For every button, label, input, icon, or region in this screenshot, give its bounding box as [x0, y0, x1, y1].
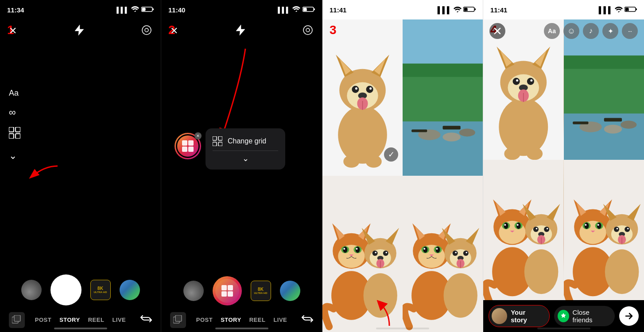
- svg-rect-29: [228, 291, 233, 297]
- collage-button-active[interactable]: ✕: [175, 133, 201, 159]
- svg-point-169: [544, 227, 549, 232]
- photo-corgi-cat-bottomright[interactable]: [403, 176, 483, 332]
- svg-rect-1: [153, 8, 154, 10]
- signal-icon-2: ▌▌▌: [278, 7, 290, 13]
- mode-tab-story-1[interactable]: STORY: [59, 317, 80, 323]
- battery-icon-4: 34: [625, 6, 637, 14]
- flip-camera-icon-1[interactable]: [140, 314, 152, 326]
- layout-grid-icon[interactable]: [9, 127, 20, 141]
- svg-point-132: [516, 79, 518, 81]
- svg-rect-7: [16, 127, 20, 132]
- collage-close-x[interactable]: ✕: [194, 132, 202, 139]
- svg-point-112: [466, 252, 467, 254]
- svg-point-72: [343, 247, 347, 253]
- svg-point-111: [455, 252, 457, 254]
- wifi-icon-3: [454, 6, 463, 14]
- top-toolbar-2: ✕: [161, 19, 322, 42]
- svg-rect-147: [573, 122, 588, 124]
- mode-tab-post-2[interactable]: POST: [196, 317, 213, 323]
- your-story-button[interactable]: Your story: [489, 305, 550, 327]
- photo-landscape-topright[interactable]: [403, 19, 483, 176]
- svg-point-83: [383, 251, 388, 256]
- svg-rect-21: [188, 147, 194, 152]
- svg-text:37: 37: [142, 8, 146, 12]
- settings-icon-1[interactable]: [141, 25, 152, 37]
- your-story-label: Your story: [511, 309, 543, 324]
- close-icon-2[interactable]: ✕: [170, 26, 178, 36]
- panel-3: 11:41 ▌▌▌ 34 3: [322, 0, 483, 332]
- close-button-4[interactable]: [489, 23, 505, 39]
- battery-icon-2: 35: [303, 6, 315, 14]
- mode-tab-story-2[interactable]: STORY: [221, 317, 241, 323]
- svg-point-163: [524, 249, 559, 294]
- sticker-btn-4[interactable]: ☺: [563, 23, 579, 39]
- photo-row-top: [322, 19, 483, 176]
- photo-cats-bottomleft-4[interactable]: [483, 160, 564, 300]
- mode-tab-live-2[interactable]: LIVE: [273, 317, 287, 323]
- globe-btn-1[interactable]: [120, 280, 140, 300]
- more-dots-icon-4: ···: [628, 27, 632, 35]
- mode-tab-reel-2[interactable]: REEL: [249, 317, 266, 323]
- face-icon-4: ☺: [567, 27, 575, 36]
- time-4: 11:41: [490, 6, 507, 14]
- flash-icon-2[interactable]: [236, 25, 245, 37]
- signal-icon-3: ▌▌▌: [438, 6, 452, 14]
- status-bar-2: 11:40 ▌▌▌ 35: [161, 0, 322, 19]
- svg-point-138: [527, 147, 543, 160]
- mode-tab-live-1[interactable]: LIVE: [112, 317, 126, 323]
- gallery-preview-2[interactable]: [170, 312, 186, 328]
- svg-rect-19: [188, 140, 194, 146]
- close-icon-1[interactable]: ✕: [9, 26, 17, 36]
- svg-text:34: 34: [625, 8, 629, 12]
- status-icons-4: ▌▌▌ 34: [599, 6, 637, 14]
- settings-icon-2[interactable]: [303, 25, 313, 37]
- select-checkmark-3[interactable]: ✓: [384, 147, 398, 162]
- svg-rect-60: [443, 126, 461, 129]
- globe-btn-2[interactable]: [280, 281, 300, 301]
- gallery-preview-1[interactable]: [9, 312, 25, 328]
- collage-section: ✕: [175, 133, 201, 159]
- svg-rect-20: [182, 147, 187, 152]
- shutter-button-1[interactable]: [50, 274, 81, 305]
- your-story-avatar: [492, 308, 507, 324]
- mode-tab-reel-1[interactable]: REEL: [88, 317, 105, 323]
- gallery-thumb-2[interactable]: [183, 281, 204, 301]
- photo-row-bottom-4: [483, 160, 644, 300]
- collage-shutter-btn[interactable]: [213, 276, 242, 305]
- music-btn-4[interactable]: ♪: [583, 23, 599, 39]
- svg-rect-18: [182, 140, 187, 146]
- svg-point-102: [436, 248, 438, 250]
- svg-point-5: [145, 28, 148, 32]
- send-button[interactable]: [619, 306, 639, 326]
- sparkle-icon-4: ✦: [608, 27, 613, 35]
- bottom-controls-2: 8K ULTRA HD: [161, 276, 322, 305]
- arrow-to-grid: [27, 164, 62, 183]
- svg-rect-11: [14, 315, 20, 321]
- chevron-down-icon-1[interactable]: ⌄: [9, 150, 20, 162]
- svg-point-74: [343, 248, 345, 250]
- gallery-thumb-1[interactable]: [21, 280, 42, 300]
- change-grid-item[interactable]: Change grid: [206, 132, 285, 151]
- photo-corgi-cat-bottomright-4[interactable]: [564, 160, 644, 300]
- flash-icon-1[interactable]: [75, 25, 84, 37]
- time-3: 11:41: [330, 6, 346, 14]
- flip-camera-icon-2[interactable]: [302, 314, 313, 326]
- text-tool-btn-4[interactable]: Aa: [544, 23, 560, 39]
- sparkle-btn-4[interactable]: ✦: [602, 23, 618, 39]
- svg-rect-8: [9, 134, 14, 139]
- popup-chevron[interactable]: ⌄: [206, 151, 285, 166]
- more-btn-4[interactable]: ···: [622, 23, 638, 39]
- close-friends-button[interactable]: Close friends: [554, 306, 615, 326]
- close-friends-icon: [558, 310, 569, 322]
- svg-point-161: [517, 224, 519, 226]
- quality-btn-2[interactable]: 8K ULTRA HD: [251, 281, 271, 301]
- mode-tab-post-1[interactable]: POST: [35, 317, 51, 323]
- home-indicator-2: [215, 328, 268, 329]
- text-tool-icon[interactable]: Aa: [9, 89, 20, 98]
- boomerang-icon[interactable]: ∞: [9, 107, 20, 118]
- panel-4: 11:41 ▌▌▌ 34 4 Aa ☺ ♪: [483, 0, 644, 332]
- svg-rect-23: [218, 136, 222, 140]
- quality-btn-1[interactable]: 8K ULTRA HD: [90, 280, 111, 300]
- close-friends-label: Close friends: [573, 309, 609, 324]
- svg-point-110: [463, 251, 469, 256]
